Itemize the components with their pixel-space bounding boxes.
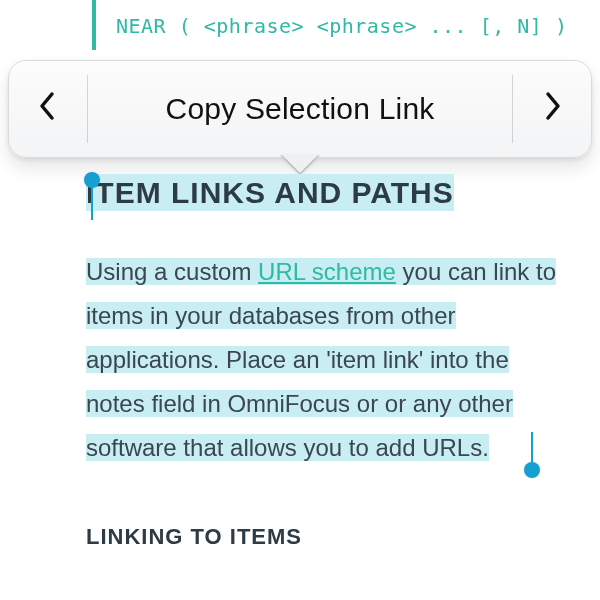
code-block-rule	[92, 0, 96, 50]
section-heading: ITEM LINKS AND PATHS	[86, 176, 454, 210]
code-line: NEAR ( <phrase> <phrase> ... [, N] )	[86, 0, 580, 38]
chevron-left-icon	[38, 88, 58, 131]
section-heading-text: ITEM LINKS AND PATHS	[86, 174, 454, 211]
paragraph-seg1: Using a custom	[86, 258, 258, 285]
selection-end-handle[interactable]	[524, 462, 540, 478]
content-area: ITEM LINKS AND PATHS Using a custom URL …	[86, 176, 570, 550]
popover-prev-button[interactable]	[9, 61, 87, 157]
selection-popover: Copy Selection Link	[8, 60, 592, 158]
url-scheme-link[interactable]: URL scheme	[258, 258, 396, 285]
chevron-right-icon	[542, 88, 562, 131]
popover-action-label[interactable]: Copy Selection Link	[88, 61, 512, 157]
paragraph-seg2: you can link to items in your databases …	[86, 258, 556, 461]
subheading: LINKING TO ITEMS	[86, 524, 570, 550]
code-block: NEAR ( <phrase> <phrase> ... [, N] )	[86, 0, 580, 50]
paragraph-link-text: URL scheme	[258, 258, 396, 285]
section-paragraph: Using a custom URL scheme you can link t…	[86, 250, 570, 470]
popover-next-button[interactable]	[513, 61, 591, 157]
selection-start-handle[interactable]	[84, 172, 100, 188]
